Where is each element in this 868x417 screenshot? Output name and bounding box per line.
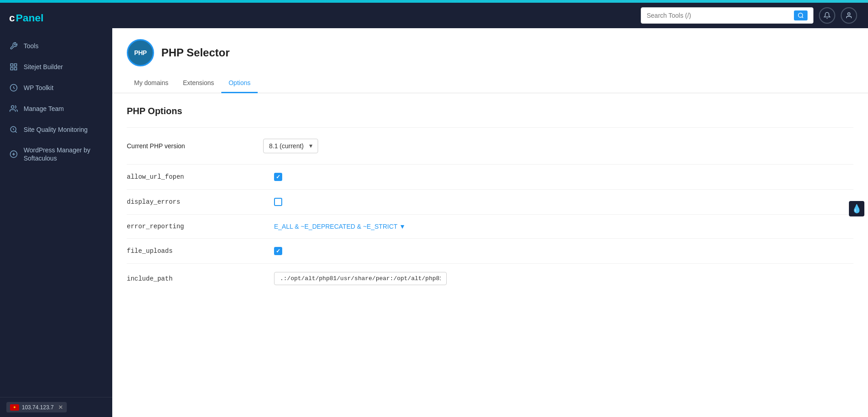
tab-extensions[interactable]: Extensions: [175, 74, 221, 93]
allow-url-fopen-control: [274, 173, 853, 181]
sitequality-icon: [9, 125, 18, 134]
file-uploads-control: [274, 247, 853, 255]
option-row-allow-url-fopen: allow_url_fopen: [127, 164, 853, 189]
sidebar-item-tools[interactable]: Tools: [0, 35, 112, 56]
error-reporting-dropdown[interactable]: E_ALL & ~E_DEPRECATED & ~E_STRICT ▼: [274, 223, 405, 230]
float-action-button[interactable]: 💧: [849, 201, 864, 216]
svg-point-12: [14, 407, 15, 408]
php-version-select-wrapper[interactable]: 8.1 (current) 8.0 7.4 ▼: [263, 139, 318, 153]
wptoolkit-icon: [9, 83, 18, 92]
tabs: My domains Extensions Options: [112, 74, 868, 93]
cpanel-logo-icon: c Panel: [9, 11, 50, 25]
svg-rect-4: [10, 68, 13, 70]
sidebar-nav: Tools Sitejet Builder WP Toolkit Manage …: [0, 32, 112, 397]
allow-url-fopen-checkbox[interactable]: [274, 173, 282, 181]
search-input[interactable]: [647, 12, 790, 19]
error-reporting-control: E_ALL & ~E_DEPRECATED & ~E_STRICT ▼: [274, 223, 853, 230]
sidebar-item-wpmanager-label: WordPress Manager by Softaculous: [24, 146, 103, 162]
sidebar-item-wptoolkit[interactable]: WP Toolkit: [0, 77, 112, 98]
sidebar-item-sitequality[interactable]: Site Quality Monitoring: [0, 119, 112, 140]
notifications-button[interactable]: [819, 7, 835, 24]
svg-rect-5: [15, 68, 17, 70]
wpmanager-icon: [9, 150, 18, 159]
sidebar-item-wptoolkit-label: WP Toolkit: [24, 84, 54, 92]
sidebar-item-manageteam[interactable]: Manage Team: [0, 98, 112, 119]
tab-options[interactable]: Options: [221, 74, 258, 93]
include-path-input[interactable]: [274, 272, 447, 285]
php-version-control: 8.1 (current) 8.0 7.4 ▼: [263, 139, 853, 153]
error-reporting-value: E_ALL & ~E_DEPRECATED & ~E_STRICT: [274, 223, 398, 230]
option-row-display-errors: display_errors: [127, 189, 853, 214]
error-reporting-label: error_reporting: [127, 223, 263, 230]
option-row-include-path: include_path: [127, 263, 853, 293]
sidebar-item-manageteam-label: Manage Team: [24, 105, 64, 113]
section-title: PHP Options: [127, 106, 853, 116]
ip-close-button[interactable]: ✕: [58, 404, 63, 411]
php-options-section: PHP Options Current PHP version 8.1 (cur…: [112, 93, 868, 306]
php-version-select[interactable]: 8.1 (current) 8.0 7.4: [263, 139, 318, 153]
sidebar-item-tools-label: Tools: [24, 42, 39, 50]
manageteam-icon: [9, 104, 18, 113]
sidebar-item-wpmanager[interactable]: WordPress Manager by Softaculous: [0, 140, 112, 168]
page-title: PHP Selector: [161, 46, 229, 59]
svg-point-7: [11, 106, 14, 108]
search-bar[interactable]: [641, 7, 813, 24]
ip-badge[interactable]: 103.74.123.7 ✕: [6, 402, 67, 412]
svg-point-13: [798, 13, 803, 17]
sidebar: c Panel Tools Sitejet Builder: [0, 3, 112, 417]
sitejet-icon: [9, 62, 18, 71]
page-body: PHP PHP Selector My domains Extensions O…: [112, 28, 868, 417]
page-header: PHP PHP Selector: [112, 28, 868, 66]
php-icon-label: PHP: [134, 49, 146, 56]
display-errors-checkbox[interactable]: [274, 198, 282, 206]
svg-rect-3: [15, 64, 17, 66]
content-area: PHP PHP Selector My domains Extensions O…: [112, 3, 868, 417]
display-errors-label: display_errors: [127, 198, 263, 206]
php-version-label: Current PHP version: [127, 142, 263, 150]
php-version-row: Current PHP version 8.1 (current) 8.0 7.…: [127, 127, 853, 164]
search-button[interactable]: [794, 10, 808, 20]
tab-mydomains[interactable]: My domains: [127, 74, 175, 93]
sidebar-logo: c Panel: [0, 3, 112, 32]
ip-address: 103.74.123.7: [22, 404, 54, 411]
sidebar-item-sitequality-label: Site Quality Monitoring: [24, 126, 88, 134]
svg-rect-2: [10, 64, 13, 66]
file-uploads-label: file_uploads: [127, 247, 263, 255]
allow-url-fopen-label: allow_url_fopen: [127, 173, 263, 181]
display-errors-control: [274, 198, 853, 206]
option-row-file-uploads: file_uploads: [127, 238, 853, 263]
option-row-error-reporting: error_reporting E_ALL & ~E_DEPRECATED & …: [127, 214, 853, 238]
include-path-control: [274, 272, 853, 285]
include-path-label: include_path: [127, 275, 263, 282]
svg-text:c: c: [9, 12, 15, 24]
file-uploads-checkbox[interactable]: [274, 247, 282, 255]
svg-text:Panel: Panel: [16, 12, 44, 24]
flag-icon: [10, 404, 19, 411]
sidebar-item-sitejet[interactable]: Sitejet Builder: [0, 56, 112, 77]
error-reporting-arrow: ▼: [399, 223, 406, 230]
php-icon: PHP: [127, 39, 154, 66]
svg-point-14: [848, 13, 850, 15]
sidebar-item-sitejet-label: Sitejet Builder: [24, 63, 63, 71]
sidebar-footer: 103.74.123.7 ✕: [0, 397, 112, 417]
header: [112, 3, 868, 28]
tools-icon: [9, 41, 18, 50]
user-profile-button[interactable]: [841, 7, 857, 24]
